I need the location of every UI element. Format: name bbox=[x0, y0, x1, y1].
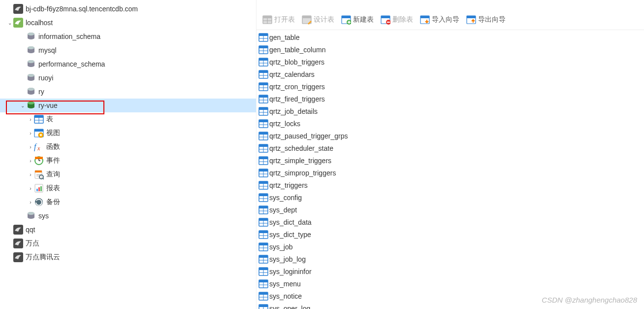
table-row[interactable]: sys_dict_data bbox=[257, 216, 644, 228]
table-icon bbox=[258, 180, 268, 190]
db-ry[interactable]: ry bbox=[0, 85, 256, 99]
export-icon bbox=[466, 15, 476, 25]
connection-qqt[interactable]: qqt bbox=[0, 223, 256, 237]
table-icon bbox=[258, 143, 268, 153]
connection-label: 万点腾讯云 bbox=[26, 253, 60, 262]
table-row[interactable]: sys_dept bbox=[257, 204, 644, 216]
table-icon bbox=[258, 57, 268, 67]
table-name: qrtz_scheduler_state bbox=[269, 144, 333, 152]
button-label: 删除表 bbox=[392, 15, 413, 24]
node-label: 事件 bbox=[46, 156, 60, 165]
table-row[interactable]: qrtz_calendars bbox=[257, 68, 644, 80]
node-label: 查询 bbox=[46, 170, 60, 179]
table-row[interactable]: qrtz_fired_triggers bbox=[257, 93, 644, 105]
database-icon bbox=[26, 86, 36, 97]
table-name: sys_config bbox=[269, 194, 302, 202]
connection-label: qqt bbox=[26, 226, 35, 234]
table-name: sys_logininfor bbox=[269, 268, 312, 275]
table-icon bbox=[258, 217, 268, 227]
table-row[interactable]: sys_logininfor bbox=[257, 265, 644, 277]
mysql-dark-icon bbox=[13, 238, 24, 249]
database-label: mysql bbox=[38, 46, 57, 54]
chart-icon bbox=[33, 183, 44, 194]
db-ry-vue[interactable]: ⌄ ry-vue bbox=[0, 99, 256, 112]
table-name: qrtz_cron_triggers bbox=[269, 83, 325, 91]
toolbar: 打开表 设计表 新建表 删除表 导入向导 导出向导 bbox=[257, 11, 644, 30]
table-name: qrtz_blob_triggers bbox=[269, 58, 324, 66]
connection-label: localhost bbox=[26, 19, 53, 27]
table-name: sys_job_log bbox=[269, 255, 306, 263]
db-performance-schema[interactable]: performance_schema bbox=[0, 57, 256, 71]
table-row[interactable]: qrtz_paused_trigger_grps bbox=[257, 130, 644, 142]
import-wizard-button[interactable]: 导入向导 bbox=[418, 14, 461, 26]
chevron-right-icon: › bbox=[28, 186, 33, 191]
node-events[interactable]: › 事件 bbox=[0, 154, 256, 168]
db-mysql[interactable]: mysql bbox=[0, 43, 256, 57]
table-row[interactable]: sys_oper_log bbox=[257, 302, 644, 309]
database-label: ruoyi bbox=[38, 74, 53, 82]
connection-wandian[interactable]: 万点 bbox=[0, 237, 256, 250]
chevron-right-icon: › bbox=[28, 158, 33, 164]
node-tables[interactable]: › 表 bbox=[0, 112, 256, 126]
table-icon bbox=[258, 205, 268, 215]
table-name: qrtz_calendars bbox=[269, 70, 315, 78]
database-label: ry bbox=[38, 88, 44, 96]
table-row[interactable]: sys_config bbox=[257, 191, 644, 204]
design-table-button[interactable]: 设计表 bbox=[300, 14, 336, 26]
table-row[interactable]: gen_table_column bbox=[257, 43, 644, 56]
table-name: qrtz_simprop_triggers bbox=[269, 169, 336, 177]
chevron-right-icon: › bbox=[28, 131, 33, 136]
view-icon bbox=[33, 128, 44, 138]
main-panel: 打开表 设计表 新建表 删除表 导入向导 导出向导 gen_tablegen_t… bbox=[256, 0, 644, 309]
table-icon bbox=[258, 131, 268, 141]
database-label: sys bbox=[38, 212, 49, 220]
open-table-icon bbox=[262, 15, 272, 25]
node-label: 视图 bbox=[46, 129, 60, 137]
db-sys[interactable]: sys bbox=[0, 209, 256, 223]
table-name: qrtz_fired_triggers bbox=[269, 95, 325, 103]
export-wizard-button[interactable]: 导出向导 bbox=[464, 14, 508, 26]
connection-remote[interactable]: bj-cdb-f6yz8mna.sql.tencentcdb.com bbox=[0, 2, 256, 16]
button-label: 设计表 bbox=[314, 15, 334, 24]
connection-wandian-cloud[interactable]: 万点腾讯云 bbox=[0, 250, 256, 264]
table-row[interactable]: qrtz_scheduler_state bbox=[257, 142, 644, 154]
table-row[interactable]: sys_notice bbox=[257, 290, 644, 302]
table-icon bbox=[258, 279, 268, 289]
new-table-icon bbox=[341, 15, 351, 25]
table-row[interactable]: sys_menu bbox=[257, 277, 644, 290]
table-row[interactable]: qrtz_triggers bbox=[257, 179, 644, 191]
node-backup[interactable]: › 备份 bbox=[0, 195, 256, 209]
button-label: 导出向导 bbox=[478, 15, 506, 24]
connection-tree: bj-cdb-f6yz8mna.sql.tencentcdb.com ⌄ loc… bbox=[0, 0, 256, 309]
table-row[interactable]: qrtz_blob_triggers bbox=[257, 56, 644, 68]
table-row[interactable]: qrtz_job_details bbox=[257, 105, 644, 117]
node-functions[interactable]: › 函数 bbox=[0, 140, 256, 154]
table-row[interactable]: gen_table bbox=[257, 31, 644, 43]
node-reports[interactable]: › 报表 bbox=[0, 181, 256, 195]
delete-table-button[interactable]: 删除表 bbox=[379, 14, 415, 26]
new-table-button[interactable]: 新建表 bbox=[339, 14, 376, 26]
connection-label: 万点 bbox=[26, 239, 39, 248]
table-icon bbox=[258, 193, 268, 203]
table-icon bbox=[258, 304, 268, 309]
open-table-button[interactable]: 打开表 bbox=[260, 14, 297, 26]
table-name: sys_job bbox=[269, 243, 292, 251]
table-row[interactable]: sys_dict_type bbox=[257, 228, 644, 240]
table-icon bbox=[33, 114, 44, 125]
mysql-dark-icon bbox=[13, 3, 24, 14]
table-list[interactable]: gen_tablegen_table_columnqrtz_blob_trigg… bbox=[257, 30, 644, 309]
node-views[interactable]: › 视图 bbox=[0, 126, 256, 140]
table-row[interactable]: qrtz_cron_triggers bbox=[257, 80, 644, 93]
table-icon bbox=[258, 69, 268, 79]
table-icon bbox=[258, 82, 268, 92]
node-queries[interactable]: › 查询 bbox=[0, 168, 256, 181]
connection-localhost[interactable]: ⌄ localhost bbox=[0, 16, 256, 30]
db-information-schema[interactable]: information_schema bbox=[0, 30, 256, 43]
table-row[interactable]: qrtz_simprop_triggers bbox=[257, 167, 644, 179]
table-row[interactable]: sys_job_log bbox=[257, 253, 644, 265]
db-ruoyi[interactable]: ruoyi bbox=[0, 71, 256, 85]
table-row[interactable]: qrtz_locks bbox=[257, 117, 644, 130]
table-row[interactable]: sys_job bbox=[257, 240, 644, 253]
table-icon bbox=[258, 45, 268, 55]
table-row[interactable]: qrtz_simple_triggers bbox=[257, 154, 644, 167]
